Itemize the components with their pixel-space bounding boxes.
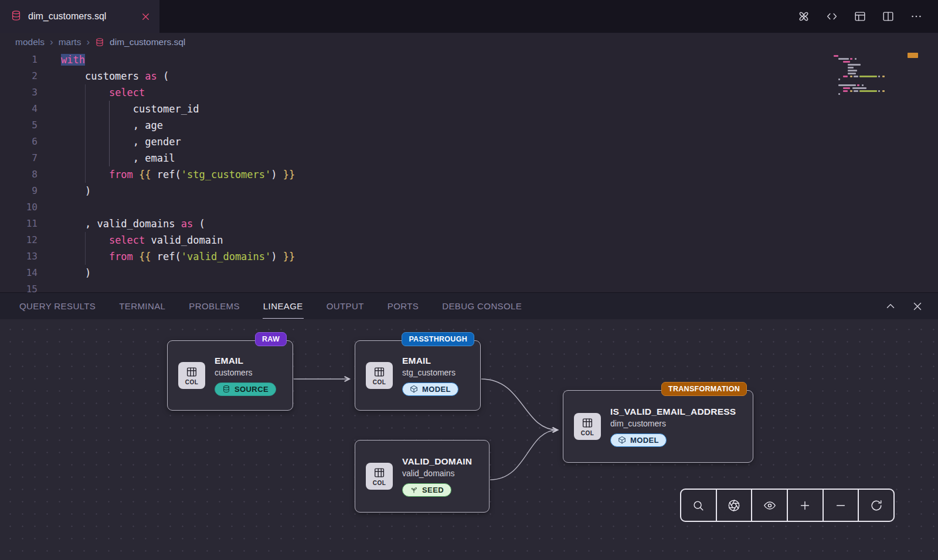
panel-tab-debug-console[interactable]: DEBUG CONSOLE	[441, 294, 522, 319]
more-actions-button[interactable]	[910, 10, 923, 23]
aperture-button[interactable]	[717, 490, 753, 521]
search-icon	[692, 499, 705, 512]
titlebar: dim_customers.sql	[0, 0, 938, 33]
panel-tab-lineage[interactable]: LINEAGE	[263, 294, 304, 319]
lineage-canvas[interactable]: RAWCOLEMAILcustomersSOURCEPASSTHROUGHCOL…	[0, 319, 938, 560]
code-line[interactable]: 3 select	[0, 84, 938, 101]
line-number: 7	[0, 150, 38, 166]
line-number: 10	[0, 199, 38, 216]
panel-tab-query-results[interactable]: QUERY RESULTS	[19, 294, 96, 319]
lineage-node-stg-customers[interactable]: PASSTHROUGHCOLEMAILstg_customersMODEL	[355, 340, 481, 411]
node-badge-model: MODEL	[610, 433, 667, 447]
aperture-icon	[728, 499, 740, 512]
code-text: from {{ ref('stg_customers') }}	[61, 166, 295, 183]
database-icon	[95, 37, 104, 47]
breadcrumb-item[interactable]: marts	[59, 37, 81, 47]
code-lines: 1with2 customers as (3 select4 customer_…	[0, 52, 938, 292]
node-title: EMAIL	[215, 356, 276, 366]
code-line[interactable]: 8 from {{ ref('stg_customers') }}	[0, 166, 938, 183]
code-line[interactable]: 13 from {{ ref('valid_domains') }}	[0, 248, 938, 265]
column-icon-label: COL	[373, 480, 386, 486]
cube-icon	[410, 385, 418, 393]
node-subtitle: customers	[215, 368, 276, 377]
panel-tab-problems[interactable]: PROBLEMS	[188, 294, 240, 319]
code-line[interactable]: 12 select valid_domain	[0, 232, 938, 248]
code-line[interactable]: 15	[0, 281, 938, 292]
zoom-in-button[interactable]	[788, 490, 824, 521]
code-text: customers as (	[61, 68, 169, 84]
breadcrumb-separator: ›	[86, 36, 90, 48]
line-number: 15	[0, 281, 38, 292]
lineage-node-customers[interactable]: RAWCOLEMAILcustomersSOURCE	[167, 340, 293, 411]
code-line[interactable]: 5 , age	[0, 117, 938, 134]
code-text: with	[61, 52, 85, 68]
column-icon-box: COL	[366, 463, 393, 490]
flower-icon	[797, 10, 810, 23]
node-title: VALID_DOMAIN	[402, 456, 472, 467]
refresh-icon	[870, 499, 883, 512]
lineage-node-dim-customers[interactable]: TRANSFORMATIONCOLIS_VALID_EMAIL_ADDRESSd…	[563, 390, 753, 463]
node-badge-model: MODEL	[402, 383, 458, 396]
node-tag-passthrough: PASSTHROUGH	[402, 332, 474, 346]
split-editor-button[interactable]	[882, 10, 895, 23]
column-icon-box: COL	[366, 362, 393, 389]
editor-tab-dim-customers[interactable]: dim_customers.sql	[0, 0, 159, 33]
lineage-toolbar	[680, 489, 895, 522]
column-icon-box: COL	[178, 362, 205, 389]
code-text: )	[61, 265, 91, 281]
minimap[interactable]	[834, 55, 899, 99]
lineage-node-valid-domains[interactable]: COLVALID_DOMAINvalid_domainsSEED	[355, 440, 490, 513]
node-title: IS_VALID_EMAIL_ADDRESS	[610, 407, 736, 417]
indent-guide	[109, 101, 110, 166]
panel-tab-ports[interactable]: PORTS	[387, 294, 419, 319]
seedling-icon	[410, 486, 418, 494]
code-line[interactable]: 1with	[0, 52, 938, 68]
indent-guide	[85, 232, 86, 265]
column-icon-label: COL	[185, 379, 199, 385]
code-text: , age	[61, 117, 163, 134]
column-icon-label: COL	[373, 379, 386, 385]
code-text: customer_id	[61, 101, 199, 117]
badge-label: MODEL	[422, 385, 451, 394]
panel-actions	[884, 300, 924, 313]
visibility-button[interactable]	[752, 490, 788, 521]
indent-guide	[85, 84, 86, 183]
panel-tab-output[interactable]: OUTPUT	[326, 294, 365, 319]
code-line[interactable]: 11 , valid_domains as (	[0, 216, 938, 232]
column-icon-box: COL	[574, 413, 601, 440]
line-number: 13	[0, 248, 38, 265]
plus-icon	[798, 499, 811, 512]
code-line[interactable]: 6 , gender	[0, 134, 938, 150]
line-number: 9	[0, 183, 38, 199]
close-panel-button[interactable]	[911, 300, 924, 313]
tab-close-slot[interactable]	[140, 11, 151, 22]
code-line[interactable]: 10	[0, 199, 938, 216]
code-preview-button[interactable]	[825, 10, 838, 23]
collapse-panel-button[interactable]	[884, 300, 897, 313]
node-subtitle: valid_domains	[402, 469, 472, 478]
panel-tab-terminal[interactable]: TERMINAL	[118, 294, 166, 319]
code-line[interactable]: 9 )	[0, 183, 938, 199]
zoom-out-button[interactable]	[824, 490, 859, 521]
split-editor-icon	[882, 10, 895, 23]
flower-button[interactable]	[797, 10, 810, 23]
chevron-up-icon	[884, 300, 897, 313]
refresh-button[interactable]	[859, 490, 893, 521]
breadcrumb: models›marts›dim_customers.sql	[0, 33, 938, 52]
code-line[interactable]: 14 )	[0, 265, 938, 281]
eye-icon	[763, 499, 776, 512]
code-text: )	[61, 183, 91, 199]
breadcrumb-item[interactable]: models	[15, 37, 45, 47]
breadcrumb-file[interactable]: dim_customers.sql	[110, 37, 185, 47]
code-editor[interactable]: 1with2 customers as (3 select4 customer_…	[0, 52, 938, 292]
titlebar-actions	[797, 0, 938, 33]
code-line[interactable]: 2 customers as (	[0, 68, 938, 84]
database-icon	[222, 385, 230, 393]
code-line[interactable]: 4 customer_id	[0, 101, 938, 117]
app-window: dim_customers.sql models›marts›dim_custo…	[0, 0, 938, 560]
search-button[interactable]	[681, 490, 717, 521]
code-line[interactable]: 7 , email	[0, 150, 938, 166]
columns-icon	[185, 366, 198, 378]
code-text: select	[61, 84, 145, 101]
table-view-button[interactable]	[854, 10, 866, 23]
